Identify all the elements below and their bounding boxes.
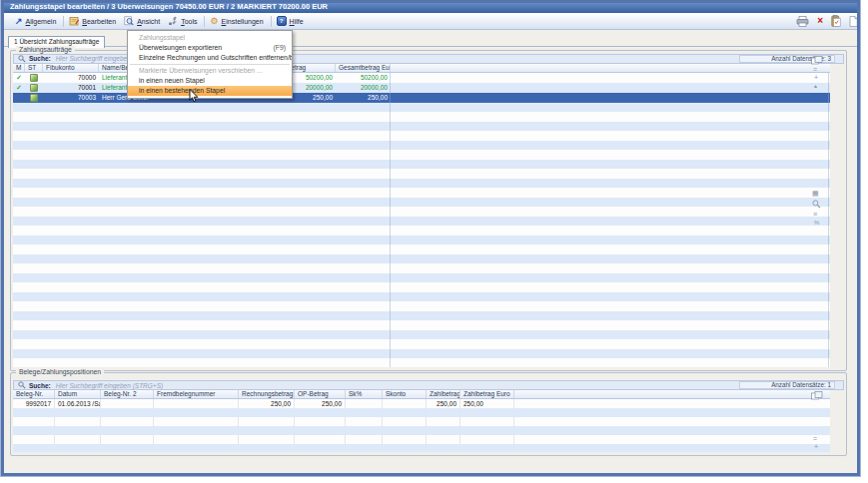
cell: 250,00 bbox=[427, 399, 460, 408]
column-header[interactable]: Fremdbelegnummer bbox=[154, 390, 239, 398]
cell bbox=[55, 444, 101, 452]
menu-item[interactable]: Einzelne Rechnungen und Gutschriften ent… bbox=[128, 53, 292, 63]
toolbar-right-icons: × bbox=[796, 13, 858, 29]
empty-row bbox=[13, 244, 830, 254]
positions-group-label: Belege/Zahlungspositionen bbox=[16, 368, 104, 375]
grid-settings-icon[interactable]: ▦ bbox=[812, 190, 819, 197]
menu-tools[interactable]: Tools bbox=[165, 15, 202, 27]
cell bbox=[391, 73, 830, 83]
menu-item[interactable]: Überweisungen exportieren(F9) bbox=[128, 43, 292, 53]
cell: 70001 bbox=[43, 83, 99, 93]
column-header[interactable]: Sk% bbox=[346, 390, 383, 398]
column-header[interactable]: Rechnungsbetrag bbox=[239, 390, 295, 398]
status-cell bbox=[25, 83, 43, 93]
cell bbox=[460, 417, 514, 426]
menu-label: Tools bbox=[181, 18, 197, 25]
menu-item[interactable]: in einen neuen Stapel bbox=[128, 76, 292, 86]
plus-icon[interactable]: + bbox=[814, 443, 818, 450]
cell bbox=[460, 408, 514, 417]
empty-row bbox=[13, 131, 830, 141]
cell bbox=[383, 426, 427, 435]
cell bbox=[101, 444, 154, 452]
empty-row bbox=[13, 273, 830, 283]
empty-row bbox=[13, 198, 830, 208]
cell bbox=[13, 417, 55, 426]
status-cell bbox=[25, 73, 43, 83]
cell bbox=[427, 408, 460, 417]
column-header[interactable]: Beleg-Nr. bbox=[13, 390, 55, 398]
search-placeholder: Hier Suchbegriff eingeben (STRG+S) bbox=[56, 382, 163, 389]
column-chooser-icon[interactable] bbox=[811, 56, 823, 65]
table-row[interactable]: 999201701.06.2013 /Sa250,00250,00250,002… bbox=[13, 399, 830, 408]
cell bbox=[154, 435, 239, 444]
menu-label: Hilfe bbox=[290, 18, 304, 25]
column-header[interactable]: Datum bbox=[55, 390, 101, 398]
empty-row bbox=[13, 160, 830, 170]
print-icon[interactable] bbox=[796, 16, 809, 27]
menu-separator bbox=[130, 64, 290, 65]
column-chooser-icon[interactable] bbox=[811, 391, 823, 400]
column-header[interactable]: Zahlbetrag bbox=[427, 390, 460, 398]
cell bbox=[13, 426, 55, 435]
empty-row bbox=[13, 263, 830, 273]
column-header[interactable]: ST bbox=[25, 64, 43, 72]
cell bbox=[427, 417, 460, 426]
sort-up-icon[interactable]: ▲ bbox=[813, 83, 818, 90]
column-header[interactable]: Beleg-Nr. 2 bbox=[101, 390, 154, 398]
empty-row bbox=[13, 112, 830, 122]
row-lines-icon[interactable]: ≡ bbox=[813, 211, 817, 218]
menu-ansicht[interactable]: Ansicht bbox=[121, 15, 165, 27]
resize-rows-icon[interactable]: = bbox=[813, 435, 817, 442]
tools-wrench-icon bbox=[168, 16, 178, 26]
percent-icon[interactable]: % bbox=[814, 220, 819, 227]
titlebar: Zahlungsstapel bearbeiten / 3 Überweisun… bbox=[1, 0, 860, 13]
column-header[interactable]: Skonto bbox=[383, 390, 427, 398]
empty-row bbox=[13, 141, 830, 151]
cell bbox=[514, 426, 830, 435]
header-filler bbox=[514, 390, 830, 398]
cell bbox=[154, 399, 239, 408]
menu-item[interactable]: in einen bestehenden Stapel bbox=[128, 86, 292, 96]
column-header[interactable]: Zahlbetrag Euro bbox=[460, 390, 514, 398]
empty-row bbox=[13, 188, 830, 198]
menubar: ↗ Allgemein Bearbeiten Ansicht Tools ⚙ E… bbox=[4, 13, 857, 30]
search-label: Suche: bbox=[29, 382, 51, 389]
cell bbox=[295, 426, 346, 435]
menu-allgemein[interactable]: ↗ Allgemein bbox=[12, 16, 61, 27]
column-header[interactable]: Gesamtbetrag Euro bbox=[336, 64, 391, 72]
cell bbox=[383, 408, 427, 417]
cell bbox=[55, 435, 101, 444]
cell bbox=[13, 444, 55, 452]
cell bbox=[514, 435, 830, 444]
cell: 250,00 bbox=[295, 399, 346, 408]
cell bbox=[383, 417, 427, 426]
empty-row bbox=[13, 435, 830, 444]
empty-row bbox=[13, 330, 830, 340]
menu-bearbeiten[interactable]: Bearbeiten bbox=[66, 15, 121, 27]
search-label: Suche: bbox=[29, 55, 51, 62]
empty-row bbox=[13, 122, 830, 132]
column-header[interactable]: OP-Betrag bbox=[295, 390, 346, 398]
plus-icon[interactable]: + bbox=[814, 74, 818, 81]
arrow-ne-icon: ↗ bbox=[15, 17, 23, 26]
column-header[interactable]: Fibukonto bbox=[43, 64, 99, 72]
grid-divider bbox=[390, 73, 391, 367]
positions-search-input[interactable]: Suche: Hier Suchbegriff eingeben (STRG+S… bbox=[13, 380, 844, 390]
toolbar-separator bbox=[63, 16, 64, 27]
resize-rows-icon[interactable]: = bbox=[813, 66, 817, 73]
cell bbox=[154, 444, 239, 452]
new-document-icon[interactable] bbox=[849, 16, 858, 27]
cell bbox=[346, 426, 383, 435]
paste-icon[interactable] bbox=[831, 15, 841, 27]
cell bbox=[346, 444, 383, 452]
empty-row bbox=[13, 358, 830, 367]
column-header[interactable]: M bbox=[13, 64, 25, 72]
tab-label: 1 Übersicht Zahlungsaufträge bbox=[14, 38, 99, 45]
menu-hilfe[interactable]: ? Hilfe bbox=[274, 15, 309, 27]
delete-icon[interactable]: × bbox=[817, 16, 823, 26]
cell bbox=[295, 417, 346, 426]
menu-einstellungen[interactable]: ⚙ Einstellungen bbox=[207, 16, 268, 27]
positions-record-count-badge: Anzahl Datensätze: 1 bbox=[739, 381, 835, 389]
search-rows-icon[interactable] bbox=[812, 200, 821, 209]
cell bbox=[55, 417, 101, 426]
